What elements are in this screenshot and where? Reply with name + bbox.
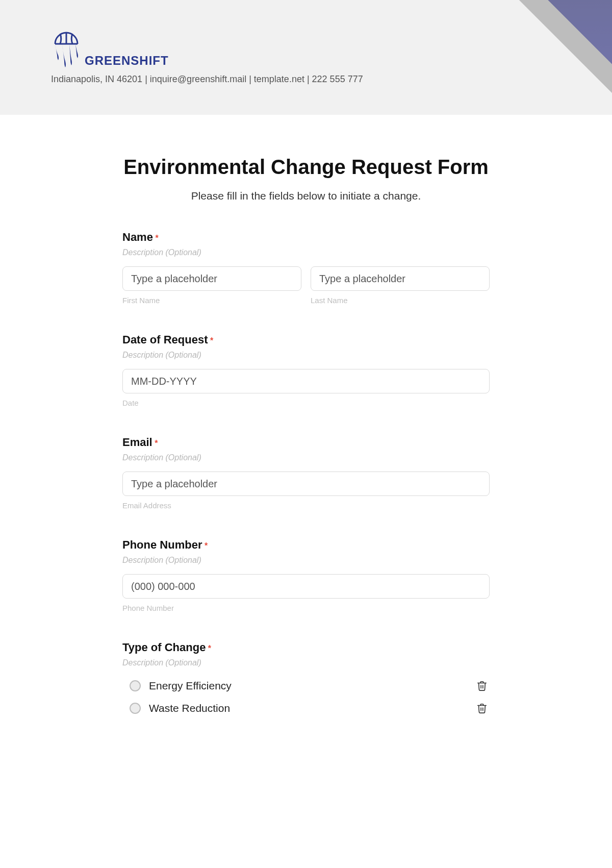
required-mark: * — [155, 439, 158, 448]
date-under: Date — [122, 399, 490, 407]
first-name-under: First Name — [122, 296, 301, 305]
phone-input[interactable] — [122, 574, 490, 599]
email-description: Description (Optional) — [122, 453, 490, 462]
trash-icon[interactable] — [476, 680, 488, 691]
form-container: Environmental Change Request Form Please… — [117, 115, 495, 750]
date-description: Description (Optional) — [122, 351, 490, 360]
field-group-phone: Phone Number * Description (Optional) Ph… — [122, 538, 490, 612]
email-under: Email Address — [122, 501, 490, 510]
phone-description: Description (Optional) — [122, 556, 490, 565]
required-mark: * — [155, 234, 158, 242]
brand-block: GREENSHIFT Indianapolis, IN 46201 | inqu… — [51, 31, 363, 85]
page-header: GREENSHIFT Indianapolis, IN 46201 | inqu… — [0, 0, 612, 115]
field-group-name: Name * Description (Optional) First Name… — [122, 231, 490, 305]
radio-label: Energy Efficiency — [149, 680, 232, 692]
radio-button[interactable] — [130, 703, 141, 714]
radio-label: Waste Reduction — [149, 702, 230, 714]
last-name-under: Last Name — [311, 296, 490, 305]
field-group-type-of-change: Type of Change * Description (Optional) … — [122, 641, 490, 720]
phone-label: Phone Number — [122, 538, 202, 551]
required-mark: * — [208, 644, 211, 653]
type-label: Type of Change — [122, 641, 206, 654]
form-subtitle: Please fill in the fields below to initi… — [122, 190, 490, 202]
globe-drip-icon — [51, 31, 82, 69]
radio-option: Energy Efficiency — [128, 675, 490, 697]
date-input[interactable] — [122, 369, 490, 393]
brand-name: GREENSHIFT — [85, 54, 169, 68]
email-label: Email — [122, 436, 152, 449]
email-input[interactable] — [122, 472, 490, 496]
last-name-input[interactable] — [311, 266, 490, 291]
required-mark: * — [210, 336, 213, 345]
radio-button[interactable] — [130, 680, 141, 691]
name-label: Name — [122, 231, 153, 243]
field-group-date: Date of Request * Description (Optional)… — [122, 333, 490, 407]
phone-under: Phone Number — [122, 604, 490, 612]
required-mark: * — [205, 541, 208, 550]
type-description: Description (Optional) — [122, 658, 490, 667]
first-name-input[interactable] — [122, 266, 301, 291]
date-label: Date of Request — [122, 333, 208, 346]
trash-icon[interactable] — [476, 703, 488, 714]
radio-option: Waste Reduction — [128, 697, 490, 720]
name-description: Description (Optional) — [122, 248, 490, 257]
form-title: Environmental Change Request Form — [122, 156, 490, 179]
field-group-email: Email * Description (Optional) Email Add… — [122, 436, 490, 510]
contact-line: Indianapolis, IN 46201 | inquire@greensh… — [51, 74, 363, 85]
